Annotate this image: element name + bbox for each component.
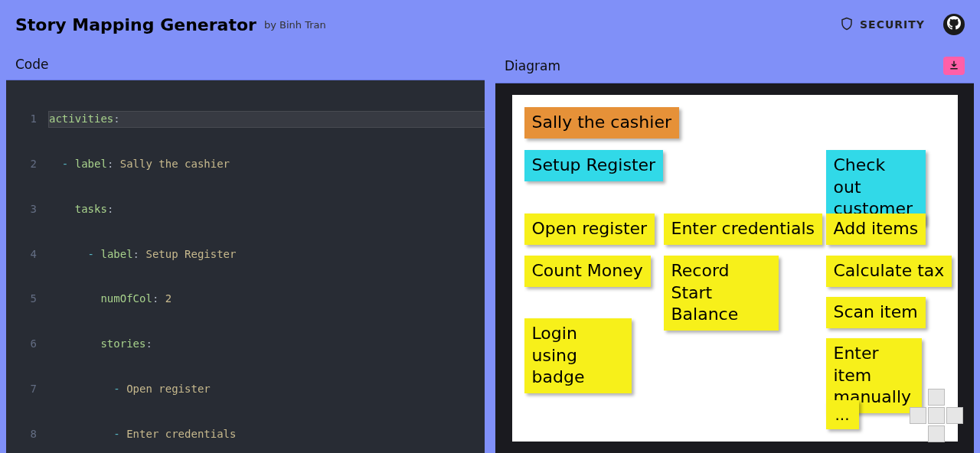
code-panel-header: Code	[6, 49, 485, 80]
story-card[interactable]: Calculate tax	[826, 256, 952, 287]
github-icon	[947, 16, 961, 33]
diagram-canvas-wrap: Sally the cashier Setup Register Check o…	[495, 83, 974, 453]
story-card[interactable]: Enter credentials	[664, 213, 822, 245]
story-card[interactable]: Login using badge	[524, 318, 632, 393]
story-card[interactable]: Record Start Balance	[664, 256, 779, 331]
pan-controls	[910, 389, 963, 442]
security-label: SECURITY	[860, 18, 925, 31]
download-button[interactable]	[943, 57, 965, 75]
app-header: Story Mapping Generator by Binh Tran SEC…	[0, 0, 980, 49]
pan-right-button[interactable]	[946, 407, 963, 424]
pan-down-button[interactable]	[928, 425, 945, 442]
shield-icon	[840, 16, 854, 34]
story-card[interactable]: Open register	[524, 213, 655, 245]
security-button[interactable]: SECURITY	[840, 16, 925, 34]
story-card[interactable]: Add items	[826, 213, 926, 245]
activity-card[interactable]: Sally the cashier	[524, 107, 679, 139]
app-title: Story Mapping Generator	[15, 15, 256, 34]
code-editor[interactable]: 1activities: 2 - label: Sally the cashie…	[6, 80, 485, 453]
diagram-panel: Diagram Sally the cashier Setup Register…	[495, 49, 974, 453]
code-panel-title: Code	[15, 57, 49, 72]
pan-reset-button[interactable]	[928, 407, 945, 424]
app-byline: by Binh Tran	[264, 19, 326, 31]
download-icon	[949, 58, 959, 73]
code-panel: Code 1activities: 2 - label: Sally the c…	[6, 49, 485, 453]
story-card[interactable]: Count Money	[524, 256, 651, 287]
story-card-ellipsis[interactable]: ...	[826, 400, 859, 429]
diagram-canvas[interactable]: Sally the cashier Setup Register Check o…	[512, 95, 958, 442]
pan-up-button[interactable]	[928, 389, 945, 406]
diagram-panel-header: Diagram	[495, 49, 974, 83]
task-card[interactable]: Setup Register	[524, 150, 664, 181]
pan-left-button[interactable]	[910, 407, 926, 424]
story-card[interactable]: Scan item	[826, 297, 926, 328]
diagram-panel-title: Diagram	[505, 58, 560, 73]
github-button[interactable]	[943, 14, 965, 35]
